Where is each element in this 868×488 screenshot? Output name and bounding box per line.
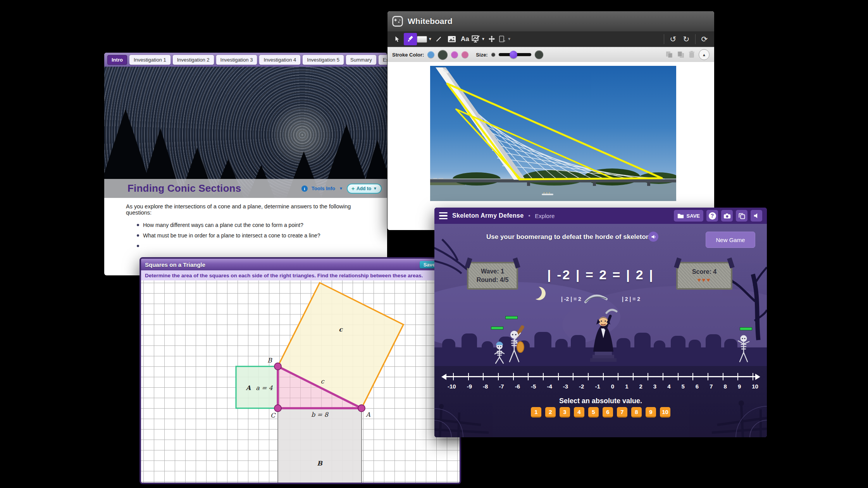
- line-tool-button[interactable]: [432, 33, 445, 45]
- tools-info-menu[interactable]: Tools Info: [312, 186, 335, 191]
- undo-icon: ↺: [670, 35, 677, 43]
- pen-tool-button[interactable]: [404, 33, 417, 45]
- add-to-button[interactable]: + Add to ▼: [347, 184, 382, 194]
- stroke-options-bar: Stroke Color: Size: ▲: [388, 47, 714, 62]
- window-title: Squares on a Triangle: [145, 261, 205, 268]
- squares-title-bar[interactable]: Squares on a Triangle Save: [141, 259, 460, 270]
- chevron-down-icon: ▼: [373, 187, 377, 191]
- whiteboard-app-icon: [392, 16, 403, 27]
- export-tool-button[interactable]: ▼: [498, 33, 512, 45]
- health-bar: [505, 316, 518, 319]
- vertex-label-b: B: [267, 357, 272, 364]
- select-tool-button[interactable]: [391, 33, 404, 45]
- stroke-color-pink-swatch[interactable]: [462, 51, 468, 58]
- lesson-title-bar: Finding Conic Sections i Tools Info ▼ + …: [104, 179, 387, 198]
- new-game-button[interactable]: New Game: [706, 232, 755, 248]
- tab-investigation-4[interactable]: Investigation 4: [259, 55, 300, 65]
- chevron-down-icon: ▼: [339, 187, 343, 191]
- page-title: Finding Conic Sections: [127, 182, 241, 194]
- skeleton-large: [503, 324, 534, 366]
- health-bar: [491, 326, 503, 330]
- window-title: Whiteboard: [408, 17, 453, 26]
- menu-icon[interactable]: [439, 212, 448, 220]
- undo-button[interactable]: ↺: [666, 33, 680, 45]
- help-button[interactable]: ?: [706, 210, 718, 222]
- square-on-side-b: [278, 408, 362, 483]
- absolute-value-equation: | -2 | = 2 = | 2 |: [434, 267, 767, 282]
- pen-icon: [406, 35, 414, 43]
- stroke-color-violet-swatch[interactable]: [451, 51, 458, 58]
- cursor-icon: [394, 36, 401, 43]
- vertex-handle-b[interactable]: [274, 363, 281, 370]
- size-large-dot[interactable]: [535, 50, 543, 59]
- graph-tool-button[interactable]: ▼: [472, 33, 485, 45]
- whiteboard-title-bar[interactable]: Whiteboard: [388, 11, 714, 31]
- boat: [542, 194, 553, 195]
- stroke-color-blue-swatch[interactable]: [427, 51, 434, 58]
- vertex-handle-a[interactable]: [358, 405, 365, 412]
- speaker-icon: [753, 213, 760, 219]
- sync-icon: ⟳: [701, 35, 708, 43]
- tab-intro[interactable]: Intro: [107, 55, 127, 65]
- save-button[interactable]: SAVE: [674, 210, 703, 222]
- screenshot-button[interactable]: [721, 210, 733, 222]
- size-slider[interactable]: [499, 53, 531, 56]
- chevron-up-icon: ▲: [702, 53, 706, 57]
- side-label-c: c: [321, 378, 325, 385]
- divider: [695, 34, 696, 44]
- question-icon: ?: [709, 212, 716, 220]
- conic-tab-bar: Intro Investigation 1 Investigation 2 In…: [104, 53, 387, 67]
- image-tool-button[interactable]: [445, 33, 458, 45]
- tab-investigation-5[interactable]: Investigation 5: [303, 55, 344, 65]
- tab-summary[interactable]: Summary: [346, 55, 376, 65]
- folder-icon: [677, 213, 684, 218]
- game-message: Use your boomerang to defeat the horde o…: [486, 233, 656, 241]
- fence-silhouettes: [434, 366, 767, 437]
- list-item: What must be true in order for a plane t…: [137, 232, 387, 239]
- game-header: Skeleton Army Defense • Explore SAVE ?: [434, 208, 767, 224]
- tab-investigation-2[interactable]: Investigation 2: [173, 55, 214, 65]
- whiteboard-canvas[interactable]: [388, 62, 714, 230]
- size-label: Size:: [476, 52, 487, 58]
- move-tool-button[interactable]: [485, 33, 498, 45]
- chevron-down-icon: ▼: [507, 37, 511, 41]
- left-value-tag: | -2 | = 2: [561, 296, 581, 302]
- stroke-color-dark-swatch[interactable]: [438, 50, 448, 60]
- copy-button[interactable]: [736, 210, 747, 222]
- bring-forward-icon[interactable]: [665, 51, 673, 58]
- whiteboard-window: Whiteboard ▼: [388, 11, 714, 230]
- export-page-icon: [498, 35, 506, 43]
- vampire-character: [582, 301, 628, 363]
- tab-extension[interactable]: Extension: [379, 55, 387, 65]
- vertex-handle-c[interactable]: [274, 405, 281, 412]
- game-title: Skeleton Army Defense: [452, 212, 524, 219]
- game-scene[interactable]: Use your boomerang to defeat the horde o…: [434, 224, 767, 437]
- bridge-cables: [442, 73, 665, 179]
- text-tool-button[interactable]: Aa: [458, 33, 472, 45]
- read-aloud-button[interactable]: [648, 232, 658, 242]
- tab-investigation-3[interactable]: Investigation 3: [216, 55, 257, 65]
- send-backward-icon[interactable]: [677, 51, 685, 58]
- squares-triangle-window: Squares on a Triangle Save Determine the…: [140, 257, 461, 484]
- area-label-c: c: [339, 326, 343, 333]
- save-label: SAVE: [687, 213, 700, 219]
- collapse-panel-button[interactable]: ▲: [699, 49, 710, 60]
- redo-button[interactable]: ↻: [680, 33, 693, 45]
- side-label-b: b = 8: [311, 411, 329, 418]
- conic-sections-window: Intro Investigation 1 Investigation 2 In…: [104, 53, 387, 275]
- plus-icon: +: [351, 186, 355, 192]
- tab-investigation-1[interactable]: Investigation 1: [129, 55, 170, 65]
- instruction-bar: Determine the area of the squares on eac…: [141, 270, 460, 280]
- geometry-canvas[interactable]: B C A A a = 4 b = 8 c c B: [141, 280, 460, 483]
- size-slider-knob[interactable]: [510, 51, 517, 58]
- move-icon: [488, 35, 496, 43]
- trash-icon[interactable]: [689, 51, 695, 58]
- sync-button[interactable]: ⟳: [698, 33, 711, 45]
- audio-button[interactable]: [751, 210, 762, 222]
- instruction-text: Determine the area of the squares on eac…: [145, 273, 423, 278]
- bottom-panel: -10-9 -8-7 -6-5 -4-3 -2-1 01 23 45 67 89…: [434, 366, 767, 437]
- shape-tool-button[interactable]: ▼: [417, 33, 432, 45]
- intro-paragraph: As you explore the intersections of a co…: [126, 203, 378, 216]
- size-small-dot[interactable]: [491, 53, 495, 57]
- area-label-a: A: [246, 384, 251, 392]
